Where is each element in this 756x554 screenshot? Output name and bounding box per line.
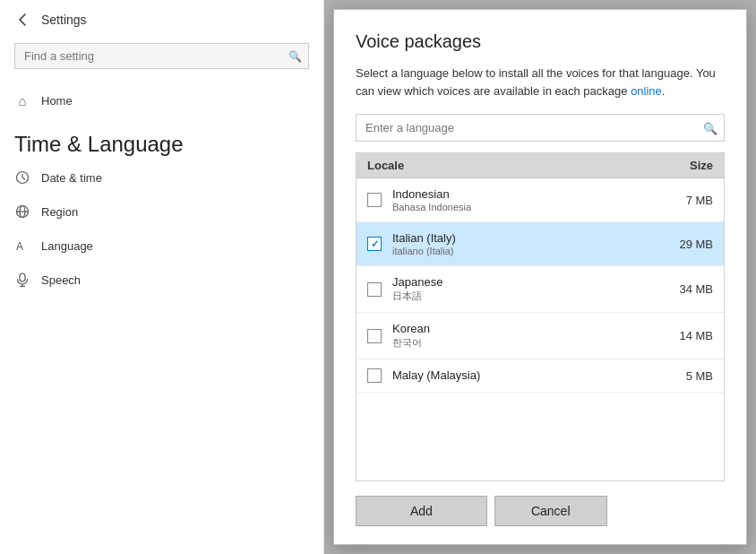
table-body: Indonesian Bahasa Indonesia 7 MB Italian… (357, 178, 724, 480)
modal-description: Select a language below to install all t… (356, 65, 725, 100)
voice-packages-modal: Voice packages Select a language below t… (333, 9, 747, 545)
sidebar-item-region[interactable]: Region (0, 195, 323, 229)
search-box: 🔍 (14, 43, 309, 69)
japanese-primary: Japanese (392, 275, 641, 289)
table-row[interactable]: Italian (Italy) italiano (Italia) 29 MB (357, 222, 724, 266)
language-icon: A (14, 238, 30, 254)
sidebar-item-home-label: Home (41, 94, 73, 108)
col-size-header: Size (641, 159, 713, 172)
italian-primary: Italian (Italy) (392, 231, 641, 245)
search-icon: 🔍 (288, 50, 302, 63)
language-table: Locale Size Indonesian Bahasa Indonesia … (356, 152, 725, 481)
sidebar-item-language[interactable]: A Language (0, 229, 323, 263)
titlebar: Settings (0, 0, 323, 39)
table-row[interactable]: Japanese 日本語 34 MB (357, 266, 724, 313)
malay-size: 5 MB (641, 369, 713, 383)
home-icon: ⌂ (14, 92, 30, 108)
indonesian-checkbox[interactable] (367, 193, 382, 207)
modal-search-box: 🔍 (356, 114, 725, 142)
online-link[interactable]: online (631, 84, 662, 98)
settings-window: Settings 🔍 ⌂ Home Time & Language Date &… (0, 0, 756, 554)
modal-title: Voice packages (356, 31, 725, 52)
sidebar-item-date-time-label: Date & time (41, 171, 102, 185)
indonesian-lang: Indonesian Bahasa Indonesia (392, 187, 641, 212)
titlebar-text: Settings (41, 13, 87, 27)
indonesian-size: 7 MB (641, 194, 713, 207)
korean-secondary: 한국어 (392, 336, 641, 350)
back-button[interactable] (14, 11, 32, 29)
modal-footer: Add Cancel (356, 496, 725, 526)
main-content: S Vo Lis M In Se Di Voice packages Selec… (324, 0, 756, 554)
table-row[interactable]: Korean 한국어 14 MB (357, 313, 724, 359)
sidebar-item-speech[interactable]: Speech (0, 263, 323, 297)
col-locale-header: Locale (367, 159, 641, 172)
table-row[interactable]: Indonesian Bahasa Indonesia 7 MB (357, 178, 724, 222)
add-button[interactable]: Add (356, 496, 487, 526)
japanese-secondary: 日本語 (392, 290, 641, 303)
svg-rect-5 (20, 273, 25, 281)
japanese-lang: Japanese 日本語 (392, 275, 641, 303)
japanese-size: 34 MB (641, 282, 713, 296)
sidebar-item-home[interactable]: ⌂ Home (0, 83, 323, 117)
korean-size: 14 MB (641, 329, 713, 342)
cancel-button[interactable]: Cancel (494, 496, 607, 526)
italian-checkbox[interactable] (367, 237, 382, 251)
globe-icon (14, 203, 30, 220)
sidebar-item-language-label: Language (41, 239, 93, 253)
clock-icon (14, 169, 30, 186)
sidebar-item-speech-label: Speech (41, 273, 81, 287)
malay-primary: Malay (Malaysia) (392, 368, 641, 382)
korean-checkbox[interactable] (367, 329, 382, 343)
table-header: Locale Size (357, 153, 724, 178)
korean-lang: Korean 한국어 (392, 322, 641, 350)
search-input[interactable] (14, 43, 309, 69)
sidebar-item-region-label: Region (41, 205, 78, 219)
sidebar: Settings 🔍 ⌂ Home Time & Language Date &… (0, 0, 324, 554)
malay-checkbox[interactable] (367, 368, 382, 383)
japanese-checkbox[interactable] (367, 282, 382, 297)
modal-search-icon: 🔍 (703, 121, 717, 134)
korean-primary: Korean (392, 322, 641, 335)
indonesian-secondary: Bahasa Indonesia (392, 202, 641, 212)
sidebar-item-date-time[interactable]: Date & time (0, 160, 323, 195)
indonesian-primary: Indonesian (392, 187, 641, 201)
malay-lang: Malay (Malaysia) (392, 368, 641, 383)
microphone-icon (14, 272, 30, 288)
italian-size: 29 MB (641, 238, 713, 251)
language-search-input[interactable] (356, 114, 725, 142)
svg-text:A: A (16, 240, 23, 253)
italian-lang: Italian (Italy) italiano (Italia) (392, 231, 641, 256)
modal-desc-period: . (662, 84, 666, 98)
table-row[interactable]: Malay (Malaysia) 5 MB (357, 359, 724, 393)
italian-secondary: italiano (Italia) (392, 246, 641, 256)
time-language-header: Time & Language (0, 117, 323, 160)
